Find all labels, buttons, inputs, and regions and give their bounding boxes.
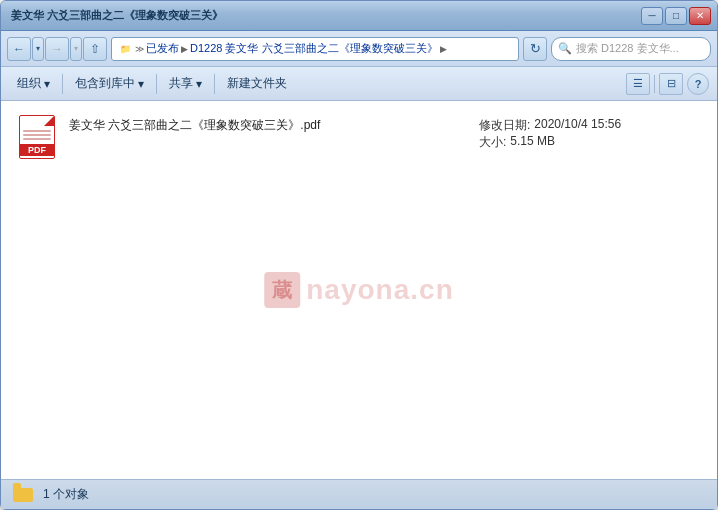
- main-content: PDF 姜文华 六爻三部曲之二《理象数突破三关》.pdf 修改日期: 2020/…: [1, 101, 717, 479]
- file-icon: PDF: [19, 115, 59, 161]
- pdf-line-3: [23, 138, 51, 140]
- help-button[interactable]: ?: [687, 73, 709, 95]
- organize-arrow: ▾: [44, 77, 50, 91]
- watermark: 蔵 nayona.cn: [264, 272, 453, 308]
- library-label: 包含到库中: [75, 75, 135, 92]
- search-placeholder: 搜索 D1228 姜文华...: [576, 41, 679, 56]
- window-controls: ─ □ ✕: [641, 7, 711, 25]
- pdf-line-1: [23, 130, 51, 132]
- change-view-button[interactable]: ☰: [626, 73, 650, 95]
- pdf-line-2: [23, 134, 51, 136]
- breadcrumb-published[interactable]: 已发布: [146, 41, 179, 56]
- pdf-icon-bg: PDF: [19, 115, 55, 159]
- forward-dropdown[interactable]: ▾: [70, 37, 82, 61]
- pdf-icon-lines: [23, 130, 51, 142]
- preview-pane-button[interactable]: ⊟: [659, 73, 683, 95]
- pdf-label: PDF: [20, 144, 54, 156]
- file-list: PDF 姜文华 六爻三部曲之二《理象数突破三关》.pdf 修改日期: 2020/…: [1, 101, 717, 175]
- status-folder-icon: [13, 485, 33, 505]
- view-icon: ☰: [633, 77, 643, 90]
- status-count: 1 个对象: [43, 486, 89, 503]
- address-bar: ← ▾ → ▾ ⇧ 📁 ≫ 已发布 ▶ D1228 姜文华 六爻三部曲之二《理象…: [1, 31, 717, 67]
- forward-button[interactable]: →: [45, 37, 69, 61]
- breadcrumb-folder[interactable]: D1228 姜文华 六爻三部曲之二《理象数突破三关》: [190, 41, 438, 56]
- toolbar-sep-3: [214, 74, 215, 94]
- folder-shape: [13, 488, 33, 502]
- refresh-button[interactable]: ↻: [523, 37, 547, 61]
- pdf-icon-corner: [44, 116, 54, 126]
- file-size-row: 大小: 5.15 MB: [479, 134, 699, 151]
- organize-label: 组织: [17, 75, 41, 92]
- toolbar-sep-4: [654, 75, 655, 93]
- modified-label: 修改日期:: [479, 117, 530, 134]
- watermark-text: nayona.cn: [306, 274, 453, 306]
- share-arrow: ▾: [196, 77, 202, 91]
- explorer-window: 姜文华 六爻三部曲之二《理象数突破三关》 ─ □ ✕ ← ▾ → ▾ ⇧ 📁 ≫…: [0, 0, 718, 510]
- maximize-button[interactable]: □: [665, 7, 687, 25]
- file-modified-row: 修改日期: 2020/10/4 15:56: [479, 117, 699, 134]
- share-button[interactable]: 共享 ▾: [161, 71, 210, 97]
- window-title: 姜文华 六爻三部曲之二《理象数突破三关》: [7, 8, 641, 23]
- share-label: 共享: [169, 75, 193, 92]
- search-icon: 🔍: [558, 42, 572, 55]
- close-button[interactable]: ✕: [689, 7, 711, 25]
- new-folder-label: 新建文件夹: [227, 75, 287, 92]
- help-icon: ?: [695, 78, 702, 90]
- library-button[interactable]: 包含到库中 ▾: [67, 71, 152, 97]
- watermark-char: 蔵: [272, 277, 293, 304]
- file-name: 姜文华 六爻三部曲之二《理象数突破三关》.pdf: [69, 117, 320, 134]
- toolbar-sep-1: [62, 74, 63, 94]
- up-button[interactable]: ⇧: [83, 37, 107, 61]
- new-folder-button[interactable]: 新建文件夹: [219, 71, 295, 97]
- toolbar: 组织 ▾ 包含到库中 ▾ 共享 ▾ 新建文件夹 ☰ ⊟ ?: [1, 67, 717, 101]
- watermark-icon: 蔵: [264, 272, 300, 308]
- toolbar-sep-2: [156, 74, 157, 94]
- breadcrumb-separator-3: ▶: [440, 44, 447, 54]
- size-value: 5.15 MB: [510, 134, 555, 151]
- modified-value: 2020/10/4 15:56: [534, 117, 621, 134]
- status-bar: 1 个对象: [1, 479, 717, 509]
- watermark-domain: nayona.cn: [306, 274, 453, 305]
- title-bar: 姜文华 六爻三部曲之二《理象数突破三关》 ─ □ ✕: [1, 1, 717, 31]
- back-dropdown[interactable]: ▾: [32, 37, 44, 61]
- search-box[interactable]: 🔍 搜索 D1228 姜文华...: [551, 37, 711, 61]
- breadcrumb-separator-1: ≫: [135, 44, 144, 54]
- breadcrumb-separator-2: ▶: [181, 44, 188, 54]
- organize-button[interactable]: 组织 ▾: [9, 71, 58, 97]
- back-button[interactable]: ←: [7, 37, 31, 61]
- preview-icon: ⊟: [667, 77, 676, 90]
- size-label: 大小:: [479, 134, 506, 151]
- path-folder-icon: 📁: [120, 44, 131, 54]
- file-meta: 修改日期: 2020/10/4 15:56 大小: 5.15 MB: [479, 117, 699, 151]
- nav-buttons: ← ▾ → ▾ ⇧: [7, 37, 107, 61]
- minimize-button[interactable]: ─: [641, 7, 663, 25]
- toolbar-right: ☰ ⊟ ?: [626, 73, 709, 95]
- library-arrow: ▾: [138, 77, 144, 91]
- address-path[interactable]: 📁 ≫ 已发布 ▶ D1228 姜文华 六爻三部曲之二《理象数突破三关》 ▶: [111, 37, 519, 61]
- file-item[interactable]: PDF 姜文华 六爻三部曲之二《理象数突破三关》.pdf 修改日期: 2020/…: [13, 111, 705, 165]
